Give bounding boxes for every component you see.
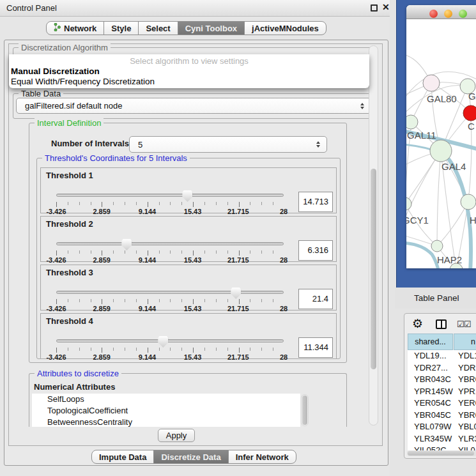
node-label: C — [468, 121, 475, 132]
threshold-2-slider[interactable]: -3.426 2.859 9.144 15.43 21.715 28 — [56, 238, 284, 264]
threshold-3-slider[interactable]: -3.426 2.859 9.144 15.43 21.715 28 — [56, 287, 284, 312]
dropdown-option-equal-width-frequency[interactable]: Equal Width/Frequency Discretization — [11, 77, 155, 86]
list-item[interactable]: BetweennessCentrality — [32, 417, 300, 427]
tab-infer-network-label: Infer Network — [236, 452, 289, 462]
threshold-1-value[interactable]: 14.713 — [298, 192, 333, 212]
slider-thumb[interactable] — [182, 190, 192, 202]
number-of-intervals-value: 5 — [130, 140, 142, 150]
table-horizontal-scrollbar[interactable] — [407, 450, 476, 456]
cell: YIL052C — [414, 445, 447, 450]
control-panel-titlebar: Control Panel ✕ — [0, 0, 395, 17]
cell: YPR145W — [414, 387, 453, 396]
threshold-3-value[interactable]: 21.4 — [298, 289, 333, 309]
slider-track[interactable] — [56, 291, 284, 294]
tick-label: 28 — [280, 305, 288, 312]
tick-label: -3.426 — [46, 256, 66, 264]
list-item[interactable]: SelfLoops — [32, 394, 300, 405]
dropdown-placeholder-item[interactable]: Select algorithm to view settings — [9, 56, 369, 66]
float-window-icon[interactable] — [371, 4, 378, 12]
node-hap2[interactable] — [431, 240, 443, 252]
tab-jactivemnodules-label: jActiveMNodules — [252, 24, 319, 33]
tab-network[interactable]: Network — [46, 21, 104, 35]
table-row[interactable]: YBL079WYBL0... — [408, 421, 476, 433]
close-traffic-light-icon[interactable] — [429, 10, 438, 18]
tab-infer-network[interactable]: Infer Network — [228, 450, 296, 464]
threshold-1-label: Threshold 1 — [46, 171, 93, 180]
node-gal80[interactable] — [423, 75, 440, 91]
node-gal11[interactable] — [406, 115, 418, 129]
node-red[interactable] — [463, 105, 476, 121]
cell: YDL1... — [458, 351, 476, 360]
threshold-1-slider[interactable]: -3.426 2.859 9.144 15.43 21.715 28 — [56, 190, 284, 215]
close-icon[interactable]: ✕ — [382, 2, 390, 12]
scrollbar-thumb[interactable] — [408, 451, 474, 456]
slider-track[interactable] — [56, 194, 284, 197]
table-row[interactable]: YIL052CYIL0... — [408, 445, 476, 450]
node-gcy1[interactable] — [406, 197, 411, 210]
cell: YIL0... — [458, 445, 476, 450]
slider-track[interactable] — [56, 339, 284, 342]
dropdown-option-manual-discretization[interactable]: Manual Discretization — [11, 66, 100, 76]
checkbox-filter-icons[interactable]: ☑☑ — [457, 319, 470, 329]
table-row[interactable]: YER054CYER0... — [408, 397, 476, 410]
tab-select[interactable]: Select — [138, 21, 178, 35]
tab-cyni-toolbox[interactable]: Cyni Toolbox — [178, 21, 245, 35]
tab-style[interactable]: Style — [104, 21, 139, 35]
tick-label: 2.859 — [93, 256, 111, 264]
tick-label: 2.859 — [93, 305, 111, 312]
table-row[interactable]: YDR27...YDR2... — [408, 362, 476, 374]
combo-spinner-icon — [360, 103, 364, 109]
zoom-traffic-light-icon[interactable] — [459, 10, 467, 18]
slider-thumb[interactable] — [158, 336, 168, 348]
tick-label: 21.715 — [227, 256, 249, 264]
apply-button[interactable]: Apply — [158, 429, 195, 442]
table-row[interactable]: YBR043CYBR0... — [408, 374, 476, 386]
node-right-h[interactable] — [461, 194, 476, 210]
table-row[interactable]: YPR145WYPR1... — [408, 386, 476, 398]
slider-thumb[interactable] — [121, 239, 132, 250]
tab-impute-data[interactable]: Impute Data — [91, 450, 154, 464]
slider-thumb[interactable] — [231, 288, 241, 299]
network-window: GAL80 GA C GAL11 GAL4 GCY1 H HAP2 — [406, 5, 476, 268]
cell: YLR345W — [414, 434, 452, 443]
cell: YER054C — [414, 398, 451, 408]
gear-icon[interactable]: ⚙ — [412, 316, 423, 331]
scrollbar-thumb[interactable] — [371, 169, 376, 369]
threshold-4-value[interactable]: 11.344 — [298, 337, 333, 358]
threshold-4-panel: Threshold 4 -3.426 2.859 9.144 15.43 21.… — [40, 313, 337, 359]
network-window-titlebar[interactable] — [406, 5, 476, 19]
slider-tick-labels: -3.426 2.859 9.144 15.43 21.715 28 — [56, 256, 284, 264]
tab-style-label: Style — [111, 24, 131, 33]
threshold-2-panel: Threshold 2 -3.426 2.859 9.144 15.43 21.… — [40, 216, 337, 262]
attributes-list-scrollbar[interactable] — [301, 394, 309, 426]
column-layout-icon[interactable] — [436, 319, 447, 329]
number-of-intervals-combo[interactable]: 5 — [129, 136, 327, 153]
table-row[interactable]: YLR345WYLR3... — [408, 433, 476, 445]
threshold-2-value[interactable]: 6.316 — [298, 240, 333, 261]
table-body[interactable]: YDL19...YDL1... YDR27...YDR2... YBR043CY… — [408, 350, 476, 450]
network-canvas[interactable]: GAL80 GA C GAL11 GAL4 GCY1 H HAP2 — [406, 19, 476, 268]
list-item[interactable]: TopologicalCoefficient — [32, 405, 300, 417]
node-gal4[interactable] — [430, 140, 452, 162]
settings-scrollbar[interactable] — [369, 45, 378, 426]
table-row[interactable]: YBR045CYBR0... — [408, 410, 476, 422]
cell: YBR043C — [414, 374, 451, 384]
network-icon — [54, 23, 61, 33]
tab-jactivemnodules[interactable]: jActiveMNodules — [244, 21, 326, 35]
tab-discretize-data[interactable]: Discretize Data — [153, 450, 228, 464]
tick-label: 28 — [280, 208, 288, 215]
number-of-intervals-label: Number of Intervals — [51, 139, 129, 148]
slider-tick-labels: -3.426 2.859 9.144 15.43 21.715 28 — [56, 208, 284, 215]
scrollbar-thumb[interactable] — [302, 395, 307, 425]
slider-track[interactable] — [56, 242, 284, 245]
column-header-shared-name[interactable]: shared... — [408, 334, 453, 350]
slider-major-ticks — [56, 299, 284, 304]
numerical-attributes-list[interactable]: SelfLoops TopologicalCoefficient Between… — [32, 394, 300, 427]
table-data-group: Table Data galFiltered.sif default node — [13, 93, 376, 119]
column-header-name[interactable]: n — [454, 334, 476, 350]
tick-label: -3.426 — [46, 305, 66, 312]
table-data-combo[interactable]: galFiltered.sif default node — [16, 98, 371, 114]
table-row[interactable]: YDL19...YDL1... — [408, 350, 476, 362]
threshold-4-slider[interactable]: -3.426 2.859 9.144 15.43 21.715 28 — [56, 335, 284, 361]
minimize-traffic-light-icon[interactable] — [444, 10, 452, 18]
